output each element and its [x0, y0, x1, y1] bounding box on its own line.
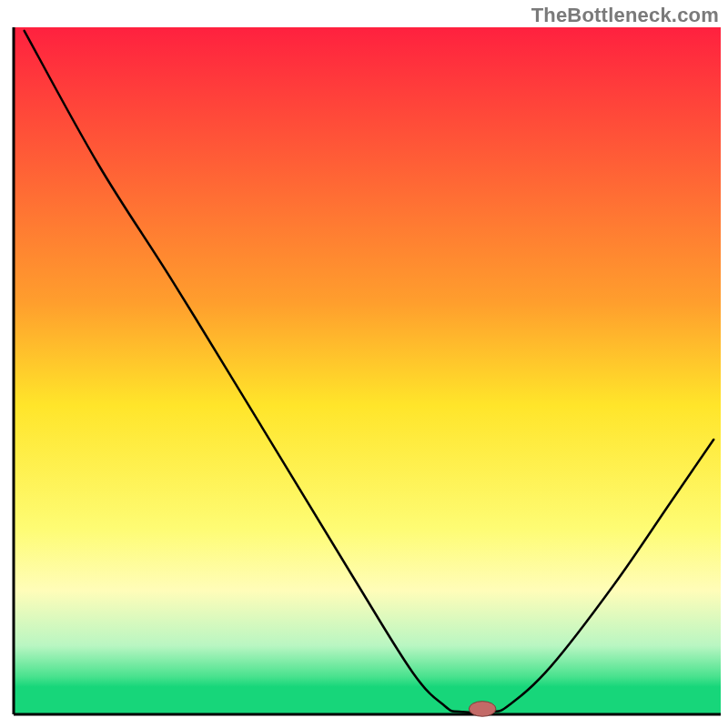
bottleneck-chart: TheBottleneck.com [0, 0, 728, 728]
gradient-background [14, 27, 721, 714]
plot-svg [0, 0, 728, 728]
optimal-marker [469, 702, 496, 717]
plot-area [14, 27, 721, 716]
